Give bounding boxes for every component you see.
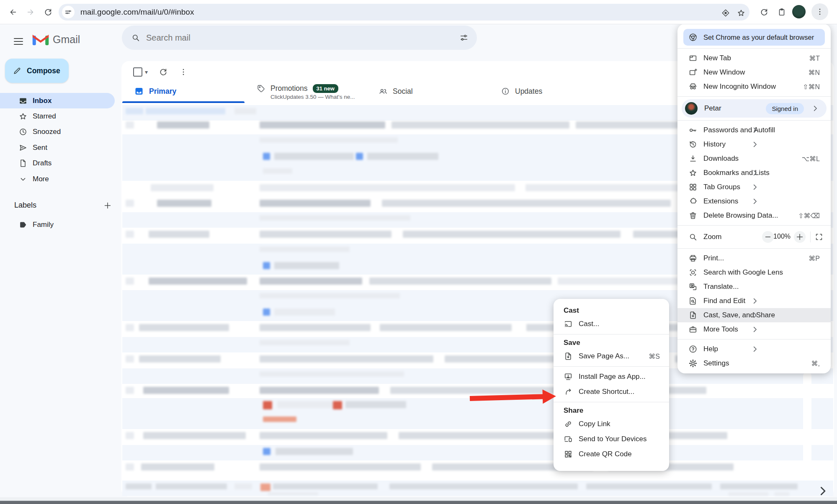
menu-item-new-incognito-window[interactable]: New Incognito Window⇧⌘N <box>677 80 831 94</box>
add-label-icon[interactable] <box>103 201 112 210</box>
browser-avatar[interactable] <box>792 5 806 18</box>
search-bar[interactable] <box>122 26 477 50</box>
zoom-out-button[interactable] <box>762 231 774 243</box>
menu-item-downloads[interactable]: Downloads⌥⌘L <box>677 152 831 166</box>
label-item-family[interactable]: Family <box>0 217 115 232</box>
menu-item-label: Translate... <box>703 283 739 291</box>
menu-item-help[interactable]: Help <box>677 342 831 356</box>
zoom-in-button[interactable] <box>794 231 806 243</box>
site-settings-icon[interactable] <box>62 6 75 18</box>
set-default-browser-banner[interactable]: Set Chrome as your default browser <box>683 29 825 46</box>
chevron-right-icon <box>688 346 822 352</box>
tab-social[interactable]: Social <box>367 80 489 103</box>
blurred-block <box>234 483 252 489</box>
sidebar-item-sent[interactable]: Sent <box>0 140 115 155</box>
menu-item-passwords-and-autofill[interactable]: Passwords and Autofill <box>677 123 831 137</box>
blurred-block <box>126 278 134 285</box>
draft-icon <box>18 159 28 168</box>
sidebar-item-more[interactable]: More <box>0 171 115 187</box>
menu-item-tab-groups[interactable]: Tab Groups <box>677 180 831 194</box>
profile-row[interactable]: PetarSigned in <box>682 99 827 118</box>
blurred-block <box>126 231 134 238</box>
chevron-right-icon <box>688 170 822 176</box>
password-manager-icon[interactable] <box>720 8 731 18</box>
sidebar-item-inbox[interactable]: Inbox <box>0 93 115 108</box>
tab-new-badge: 31 new <box>313 84 338 93</box>
submenu-item-install-page-as-app[interactable]: Install Page as App... <box>554 369 669 384</box>
menu-item-shortcut: ⌘N <box>808 69 820 77</box>
browser-menu-button[interactable] <box>811 3 828 20</box>
blurred-block <box>274 153 354 160</box>
window-bottom-bar <box>0 501 837 504</box>
back-icon[interactable] <box>7 6 19 18</box>
menu-item-search-with-google-lens[interactable]: Search with Google Lens <box>677 265 831 280</box>
url-text[interactable]: mail.google.com/mail/u/0/#inbox <box>80 8 194 17</box>
update-icon[interactable] <box>758 6 770 18</box>
more-options-icon[interactable] <box>179 67 188 77</box>
menu-item-shortcut: ⌥⌘L <box>802 155 820 163</box>
label-tag-icon <box>18 220 28 229</box>
menu-item-bookmarks-and-lists[interactable]: Bookmarks and Lists <box>677 166 831 180</box>
select-all-checkbox[interactable] <box>133 67 142 77</box>
select-caret-icon[interactable]: ▾ <box>145 69 148 75</box>
blurred-block <box>276 448 353 455</box>
submenu-item-cast[interactable]: Cast... <box>554 316 669 332</box>
menu-item-shortcut: ⌘, <box>811 360 820 368</box>
menu-item-history[interactable]: History <box>677 137 831 152</box>
hamburger-menu-icon[interactable] <box>9 32 28 51</box>
submenu-item-create-shortcut[interactable]: Create Shortcut... <box>554 384 669 399</box>
menu-item-shortcut: ⇧⌘N <box>803 83 820 91</box>
blurred-block <box>126 432 134 439</box>
tab-promotions[interactable]: Promotions31 newClickUpdates 3.50 — What… <box>245 80 367 103</box>
sidebar-item-drafts[interactable]: Drafts <box>0 156 115 171</box>
menu-item-settings[interactable]: Settings⌘, <box>677 356 831 370</box>
install-icon[interactable] <box>775 6 788 18</box>
blurred-block <box>274 309 335 316</box>
blurred-block <box>126 200 134 207</box>
gmail-logo: Gmail <box>32 30 80 49</box>
refresh-icon[interactable] <box>159 67 168 77</box>
submenu-item-create-qr-code[interactable]: Create QR Code <box>554 447 669 462</box>
forward-icon[interactable] <box>24 6 37 18</box>
blurred-block <box>139 324 229 331</box>
menu-item-translate[interactable]: Translate... <box>677 280 831 294</box>
omnibox[interactable]: mail.google.com/mail/u/0/#inbox <box>59 4 749 21</box>
reload-icon[interactable] <box>42 6 54 18</box>
sidebar-item-label: More <box>33 175 49 183</box>
bookmark-star-icon[interactable] <box>736 8 747 18</box>
mail-row[interactable] <box>122 414 833 429</box>
menu-item-print[interactable]: Print...⌘P <box>677 251 831 265</box>
blurred-block <box>263 448 270 455</box>
fullscreen-button[interactable] <box>813 231 825 243</box>
sidebar-item-snoozed[interactable]: Snoozed <box>0 124 115 140</box>
menu-item-cast-save-and-share[interactable]: Cast, Save, and Share <box>677 308 831 322</box>
blurred-block <box>260 324 371 331</box>
menu-item-label: New Window <box>703 68 745 77</box>
submenu-item-copy-link[interactable]: Copy Link <box>554 417 669 432</box>
chevron-down-icon <box>18 175 28 184</box>
tab-primary[interactable]: Primary <box>122 80 245 103</box>
compose-button[interactable]: Compose <box>5 59 69 83</box>
tab-updates[interactable]: Updates <box>489 80 611 103</box>
sidebar-item-starred[interactable]: Starred <box>0 108 115 124</box>
menu-item-new-tab[interactable]: New Tab⌘T <box>677 51 831 65</box>
submenu-item-send-to-your-devices[interactable]: Send to Your Devices <box>554 432 669 447</box>
menu-item-extensions[interactable]: Extensions <box>677 194 831 208</box>
scrollbar[interactable] <box>803 372 811 477</box>
blurred-block <box>367 153 438 160</box>
mail-row[interactable] <box>122 445 833 460</box>
submenu-item-save-page-as[interactable]: Save Page As...⌘S <box>554 349 669 364</box>
mail-row[interactable] <box>122 398 833 414</box>
menu-item-delete-browsing-data[interactable]: Delete Browsing Data...⇧⌘⌫ <box>677 208 831 223</box>
menu-divider <box>677 120 831 121</box>
menu-item-find-and-edit[interactable]: Find and Edit <box>677 294 831 308</box>
side-panel-chevron-icon[interactable] <box>816 484 830 498</box>
blurred-block <box>126 324 134 331</box>
trash-icon <box>688 211 698 220</box>
menu-item-new-window[interactable]: New Window⌘N <box>677 65 831 80</box>
blurred-block <box>263 262 270 269</box>
search-input[interactable] <box>145 33 450 43</box>
menu-item-more-tools[interactable]: More Tools <box>677 322 831 337</box>
search-icon[interactable] <box>131 33 140 42</box>
search-options-icon[interactable] <box>459 33 469 42</box>
